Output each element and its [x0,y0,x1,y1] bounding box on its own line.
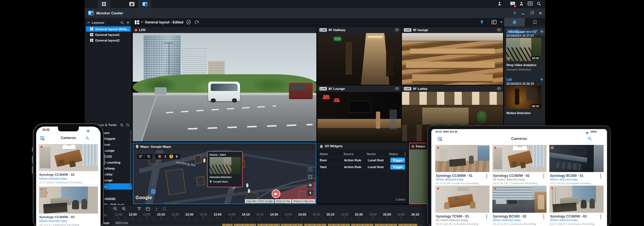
phone-side-button [32,147,33,152]
tablet-status-left: 15:22 Wed Jun 26 [435,130,457,133]
maps-widget-header: Maps: Google Maps [133,143,316,150]
io-table-row[interactable]: Door Action Rule Local Host Trigger [320,157,406,164]
search-icon[interactable] [85,136,89,141]
close-button[interactable] [539,12,542,15]
traffic-light-icon [203,158,205,162]
recording-dot-icon [40,188,43,190]
report-map-error-link[interactable]: Report a map error [292,199,315,203]
tablet-camera-card-image[interactable] [435,145,489,172]
map-menu-search-control[interactable] [136,153,153,160]
map-canvas[interactable]: uandong Rd Golf Rd 1 0 [133,150,316,204]
joystick-icon[interactable] [497,1,502,7]
sidebar-item-layout-1[interactable]: General layout1 [86,32,131,37]
add-layout-icon[interactable] [126,21,130,24]
search-icon[interactable] [537,1,541,7]
user-icon[interactable] [519,1,524,7]
layouts-search-icon[interactable] [120,21,124,25]
eye-icon[interactable] [395,87,399,91]
tablet-camera-card-image[interactable] [435,186,489,213]
camera-card-detail: 10.17.61.53 | Continuous Recording [493,222,536,225]
timeline-filter-icon[interactable] [137,207,141,211]
live-badge: LIVE [319,28,327,32]
map-home-button[interactable] [307,182,313,188]
col-header-source[interactable]: Source [343,152,367,156]
sidebar-scrollbar[interactable] [130,130,131,186]
window-titlebar[interactable]: Monitor Center ? [85,8,545,18]
tablet-camera-card-image[interactable] [492,186,547,213]
camera-tile-8f-lounge[interactable]: LIVE 8F Lounge [317,86,401,141]
recording-dot-icon [135,29,137,31]
layout-grid-icon[interactable] [135,20,139,24]
layout-dropdown-caret-icon[interactable] [141,21,143,23]
help-button[interactable]: ? [513,12,516,15]
taskbar-monitor-center-app[interactable] [138,0,151,8]
camera-card-status: Motion detected today [550,219,578,222]
zoom-out-icon[interactable] [113,207,117,211]
alert-dot-icon [412,145,414,148]
trigger-button[interactable]: Trigger [390,164,405,169]
search-icon[interactable] [588,136,592,142]
camera-tile-9f-lounge[interactable]: LIVE 9F lounge [402,27,503,85]
map-collapse-button[interactable] [307,190,313,196]
minimize-button[interactable] [522,14,525,14]
channel-list-icon[interactable] [491,20,497,24]
undo-icon[interactable] [194,20,199,24]
sidebar-item-layout-2[interactable]: General layout2 [86,38,131,43]
notification-title-link[interactable]: 入侵偵測 task name [506,29,535,34]
save-check-icon[interactable] [186,20,191,25]
restore-button[interactable] [530,12,533,14]
tab-notifications[interactable] [504,18,525,26]
eye-icon[interactable] [497,87,501,91]
map-focus-button[interactable] [307,166,313,172]
notification-thumbnail[interactable]: 00:05 [506,38,541,61]
camera-card-name: Synology CC400W - 02 [39,173,75,176]
camera-tile-9f-hallway[interactable]: LIVE 9F Hallway [317,27,401,85]
phone-camera-card-image[interactable] [39,186,98,214]
phone-camera-card-image[interactable] [39,144,98,171]
col-header-status[interactable]: Status [389,152,404,156]
trigger-button[interactable]: Trigger [390,158,405,163]
col-header-server[interactable]: Server [367,152,389,156]
map-region-button[interactable] [307,174,313,180]
camera-tile-lpr[interactable]: LPR [133,27,316,141]
timeline-bookmark-icon[interactable] [163,207,166,211]
timeline-tick-label: 15:50 [380,213,394,216]
tablet-camera-card-image[interactable] [549,186,604,213]
maps-widget[interactable]: Maps: Google Maps [133,143,316,204]
timeline-ruler[interactable]: 12:4012:5013:0013:1013:2013:3013:4013:50… [112,213,422,216]
calendar-icon[interactable] [146,207,150,211]
table-options-icon[interactable] [405,152,406,155]
wifi-icon [86,129,90,134]
unread-dot [541,30,543,32]
export-icon[interactable] [155,207,158,211]
tab-bookmarks[interactable] [525,18,545,26]
timeline-recording-segments[interactable] [222,224,417,226]
io-table-row[interactable]: Yard Action Rule Local Host Trigger [320,164,406,170]
map-menu-icon[interactable] [139,155,143,158]
map-alert-counters[interactable]: 1 0 [155,153,181,160]
notification-title-link[interactable]: Lab [506,77,512,81]
layouts-section-header[interactable]: Layouts [85,20,132,25]
zoom-in-icon[interactable] [122,207,126,211]
taskbar-camera-app[interactable] [125,0,138,8]
chat-icon[interactable] [510,1,515,7]
eye-icon[interactable] [395,28,399,32]
sidebar-item-layout-0[interactable]: General layout (Defa... [86,26,131,32]
tablet-camera-card-image[interactable] [492,145,547,172]
tablet-screen: 15:22 Wed Jun 26 100% Cameras [431,129,607,226]
channel-caret-icon[interactable] [500,21,502,23]
camera-card-detail: 10.17.20.82 | Continuous Recording [39,181,82,184]
map-alert-popup[interactable]: Fence - Alert Intrusion Detection Google… [207,151,243,187]
map-camera-marker[interactable] [272,190,280,198]
pin-icon[interactable] [480,20,484,25]
sort-icon[interactable] [126,123,130,127]
col-header-name[interactable]: Name [320,152,343,156]
widgets-icon[interactable] [528,1,533,7]
main-menu-button[interactable] [98,0,111,8]
notification-thumbnail[interactable]: 00:10 [506,86,541,109]
map-search-icon[interactable] [147,155,151,158]
tablet-camera-card-image[interactable] [549,145,604,172]
terms-of-use-link[interactable]: Terms of Use [275,199,291,203]
devices-search-icon[interactable] [120,123,124,127]
eye-icon[interactable] [497,28,501,32]
